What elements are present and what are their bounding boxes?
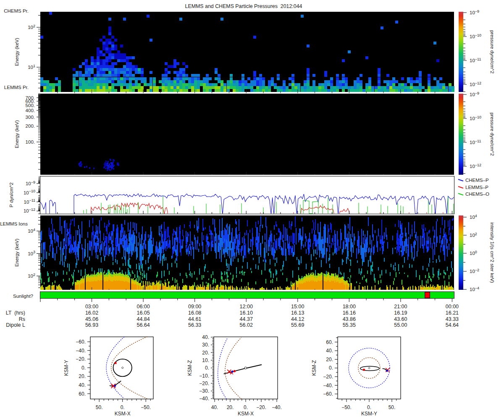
- svg-text:44.61: 44.61: [188, 316, 201, 322]
- svg-text:10.: 10.: [202, 357, 209, 363]
- svg-text:KSM-Y: KSM-Y: [361, 411, 377, 417]
- svg-text:0.: 0.: [81, 365, 86, 371]
- svg-text:Sunlight?: Sunlight?: [13, 294, 33, 299]
- svg-text:40.: 40.: [326, 348, 333, 354]
- svg-text:20.: 20.: [202, 350, 209, 356]
- svg-text:18:00: 18:00: [343, 304, 356, 310]
- svg-text:−20.: −20.: [323, 374, 333, 380]
- svg-text:20.: 20.: [79, 373, 86, 379]
- svg-text:40.: 40.: [211, 404, 218, 410]
- svg-text:45.06: 45.06: [85, 316, 98, 322]
- svg-text:KSM-Y: KSM-Y: [63, 360, 69, 376]
- svg-text:−50.: −50.: [141, 404, 151, 410]
- svg-text:15:00: 15:00: [291, 304, 304, 310]
- svg-text:60.: 60.: [79, 391, 86, 397]
- svg-text:20.: 20.: [326, 357, 333, 362]
- svg-text:55.69: 55.69: [291, 322, 304, 328]
- svg-text:0.: 0.: [121, 404, 125, 410]
- svg-text:09:00: 09:00: [188, 304, 201, 310]
- svg-text:−40.: −40.: [199, 396, 209, 402]
- svg-text:200.: 200.: [26, 123, 35, 129]
- svg-text:−60.: −60.: [323, 391, 333, 397]
- svg-text:−20.: −20.: [76, 356, 86, 362]
- svg-text:44.12: 44.12: [291, 316, 304, 322]
- svg-text:44.37: 44.37: [240, 316, 253, 322]
- svg-text:intensity 1/(s cm^2 ster keV): intensity 1/(s cm^2 ster keV): [490, 222, 495, 283]
- svg-text:Dipole L: Dipole L: [6, 322, 25, 328]
- svg-text:300.: 300.: [26, 115, 35, 120]
- svg-text:56.33: 56.33: [188, 322, 201, 328]
- svg-text:−10.: −10.: [199, 373, 209, 379]
- svg-text:0.: 0.: [205, 365, 209, 371]
- svg-text:56.93: 56.93: [85, 322, 98, 328]
- svg-text:−40.: −40.: [323, 383, 333, 388]
- svg-text:16.16: 16.16: [343, 310, 356, 316]
- svg-text:21:00: 21:00: [394, 304, 407, 310]
- svg-text:55.00: 55.00: [394, 322, 407, 328]
- svg-text:03:00: 03:00: [85, 304, 98, 310]
- svg-text:16.10: 16.10: [240, 310, 253, 316]
- svg-text:16.19: 16.19: [394, 310, 407, 316]
- svg-text:16.21: 16.21: [446, 310, 459, 316]
- svg-text:0.: 0.: [244, 404, 248, 410]
- svg-text:CHEMS–O: CHEMS–O: [465, 192, 489, 197]
- svg-text:56.02: 56.02: [240, 322, 253, 328]
- svg-text:700.: 700.: [26, 95, 35, 100]
- svg-text:50.: 50.: [388, 404, 396, 410]
- svg-text:−20.: −20.: [199, 381, 209, 386]
- svg-text:−30.: −30.: [199, 388, 209, 394]
- svg-text:12:00: 12:00: [240, 304, 253, 310]
- svg-text:0.: 0.: [367, 404, 371, 410]
- svg-text:40.: 40.: [79, 382, 86, 388]
- svg-text:KSM-Z: KSM-Z: [311, 360, 317, 375]
- svg-text:44.84: 44.84: [136, 316, 150, 322]
- svg-text:50.: 50.: [96, 404, 103, 410]
- svg-text:40.: 40.: [202, 334, 209, 340]
- svg-text:43.86: 43.86: [343, 316, 356, 322]
- svg-text:−40.: −40.: [76, 348, 86, 354]
- svg-text:43.60: 43.60: [394, 316, 407, 322]
- svg-text:pressure dyne/cm^2: pressure dyne/cm^2: [490, 113, 495, 156]
- svg-text:CHEMS–P: CHEMS–P: [465, 178, 489, 183]
- svg-text:CHEMS Pr.: CHEMS Pr.: [4, 8, 29, 13]
- svg-text:20.: 20.: [227, 404, 234, 410]
- svg-text:LT (hrs): LT (hrs): [6, 310, 25, 316]
- svg-text:LEMMS and CHEMS Particle Press: LEMMS and CHEMS Particle Pressures 2012:…: [185, 3, 302, 9]
- svg-text:16.02: 16.02: [85, 310, 98, 316]
- svg-text:55.35: 55.35: [343, 322, 356, 328]
- svg-text:Energy (keV): Energy (keV): [14, 239, 19, 267]
- svg-text:−60.: −60.: [76, 339, 86, 345]
- svg-text:−20.: −20.: [256, 404, 266, 410]
- svg-text:P dyn/cm^2: P dyn/cm^2: [9, 182, 14, 207]
- svg-text:Rs: Rs: [19, 316, 25, 322]
- svg-text:30.: 30.: [202, 342, 209, 348]
- svg-text:16.13: 16.13: [291, 310, 304, 316]
- svg-text:pressure dyne/cm^2: pressure dyne/cm^2: [490, 30, 495, 74]
- svg-text:Energy (keV): Energy (keV): [14, 38, 19, 66]
- svg-text:43.33: 43.33: [446, 316, 459, 322]
- svg-text:06:00: 06:00: [136, 304, 150, 310]
- svg-text:LEMMS Pr.: LEMMS Pr.: [4, 85, 29, 90]
- svg-text:16.05: 16.05: [136, 310, 150, 316]
- svg-text:100.: 100.: [26, 139, 35, 144]
- svg-text:LEMMS–P: LEMMS–P: [465, 185, 488, 190]
- svg-text:00:00: 00:00: [446, 304, 459, 310]
- svg-text:54.64: 54.64: [446, 322, 459, 328]
- svg-text:LEMMS Ions: LEMMS Ions: [0, 221, 28, 226]
- svg-text:60.: 60.: [326, 339, 333, 345]
- svg-text:−40.: −40.: [272, 404, 282, 410]
- svg-text:KSM-X: KSM-X: [238, 411, 254, 417]
- svg-text:KSM-X: KSM-X: [115, 411, 131, 417]
- svg-text:16.08: 16.08: [188, 310, 201, 316]
- svg-text:400.: 400.: [26, 108, 35, 113]
- svg-text:−50.: −50.: [341, 404, 352, 410]
- svg-text:0.: 0.: [329, 365, 333, 371]
- svg-text:Energy (keV): Energy (keV): [14, 120, 19, 148]
- svg-text:KSM-Z: KSM-Z: [187, 360, 193, 375]
- svg-text:56.64: 56.64: [136, 322, 150, 328]
